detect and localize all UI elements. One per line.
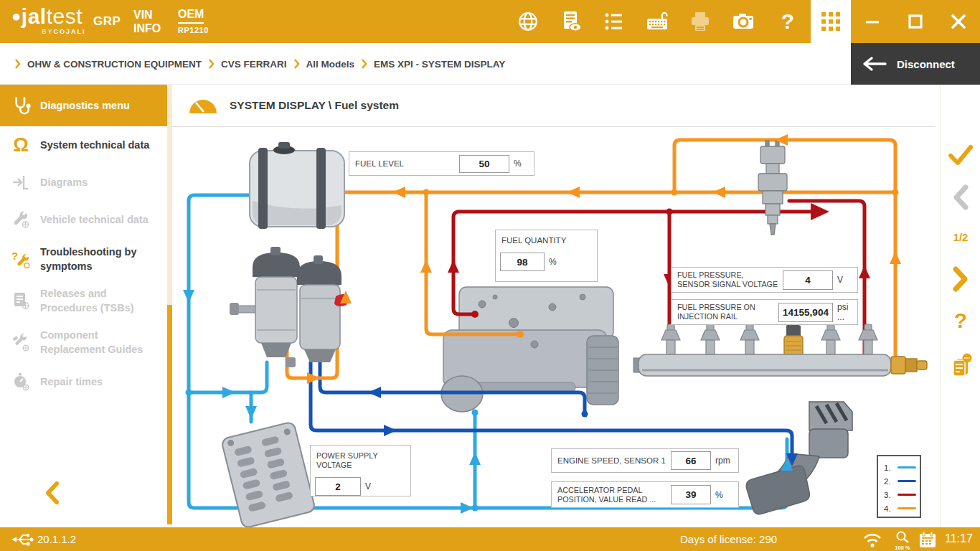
power-supply-voltage-value[interactable]: 2 — [315, 477, 361, 496]
content-panel: SYSTEM DISPLAY \ Fuel system — [172, 85, 935, 527]
grp-button[interactable]: GRP — [93, 14, 121, 29]
stopwatch-icon — [10, 371, 32, 392]
chevron-right-icon — [951, 265, 970, 293]
main-area: Diagnostics menu Ω System technical data… — [0, 85, 980, 527]
oem-rp1210-button[interactable]: OEM RP1210 — [178, 8, 209, 34]
usb-icon — [10, 532, 34, 550]
clock-label: 11:17 — [945, 532, 973, 545]
sidebar-item-component-replacement-guides[interactable]: Component Replacement Guides — [0, 321, 167, 363]
app-window: ●jaltest BYCOJALI GRP VIN INFO OEM RP121… — [0, 0, 980, 551]
content-header: SYSTEM DISPLAY \ Fuel system — [172, 85, 935, 127]
accelerator-pedal-graphic — [746, 402, 852, 514]
wifi-icon — [862, 532, 882, 550]
fuel-system-doc-button[interactable] — [941, 352, 980, 377]
rail-pressure-value[interactable]: 14155,904 — [778, 303, 833, 322]
report-viewer-icon[interactable] — [557, 9, 585, 34]
fuel-filters-graphic — [230, 247, 349, 367]
omega-icon: Ω — [10, 134, 32, 156]
breadcrumb-chevron-icon — [208, 59, 215, 69]
screenshot-camera-icon[interactable] — [729, 9, 758, 34]
sidebar-item-releases-procedures[interactable]: Releases and Procedures (TSBs) — [0, 280, 167, 321]
gauge-fuel-pressure-sensor-voltage: FUEL PRESSURE, SENSOR SIGNAL VOLTAGE 4 V — [671, 267, 858, 293]
help-icon[interactable]: ? — [773, 9, 802, 34]
magnifier-icon — [895, 530, 910, 543]
version-label: 20.1.1.2 — [37, 533, 76, 545]
sidebar-collapse-button[interactable] — [43, 481, 62, 508]
sidebar-item-troubleshooting-by-symptoms[interactable]: ? Troubleshooting by symptoms — [0, 238, 167, 280]
license-days-label: Days of license: 290 — [680, 533, 777, 545]
breadcrumb-chevron-icon — [293, 59, 300, 69]
calendar-icon[interactable] — [918, 531, 937, 551]
vin-info-button[interactable]: VIN INFO — [133, 8, 161, 35]
engine-speed-value[interactable]: 66 — [671, 451, 711, 470]
sidebar-item-system-technical-data[interactable]: Ω System technical data — [0, 126, 167, 164]
breadcrumb-item-system[interactable]: EMS XPI - SYSTEM DISPLAY — [374, 59, 505, 70]
stethoscope-icon — [10, 95, 32, 116]
language-globe-icon[interactable] — [514, 9, 542, 34]
gauge-icon — [188, 96, 218, 115]
tools-icon — [10, 331, 32, 353]
sidebar-item-repair-times[interactable]: Repair times — [0, 363, 167, 400]
legend-line-lightblue — [897, 466, 916, 469]
sidebar-item-diagrams[interactable]: Diagrams — [0, 164, 167, 201]
diagram-help-button[interactable]: ? — [941, 309, 980, 333]
close-button[interactable] — [943, 10, 974, 33]
disconnect-button[interactable]: Disconnect — [851, 43, 980, 85]
breadcrumb-chevron-icon — [14, 59, 21, 69]
print-icon[interactable] — [686, 9, 715, 34]
fuel-pressure-voltage-value[interactable]: 4 — [783, 270, 833, 290]
fuel-doc-icon — [948, 352, 974, 377]
minimize-button[interactable] — [857, 10, 888, 33]
apps-grid-button[interactable] — [811, 0, 851, 43]
breadcrumb-bar: OHW & CONSTRUCTION EQUIPMENT CVS FERRARI… — [0, 43, 980, 85]
sidebar-scroll-thumb[interactable] — [167, 305, 172, 524]
page-indicator: 1/2 — [941, 231, 980, 243]
check-icon — [948, 143, 974, 166]
svg-text:?: ? — [11, 250, 18, 262]
pipe-legend: 1. 2. 3. 4. — [877, 455, 921, 518]
fuel-quantity-value[interactable]: 98 — [500, 253, 545, 271]
gauge-fuel-level: FUEL LEVEL 50 % — [349, 151, 534, 176]
next-page-button[interactable] — [941, 265, 980, 293]
confirm-button[interactable] — [941, 143, 980, 166]
pedal-position-value[interactable]: 39 — [671, 485, 711, 504]
right-toolbar: 1/2 ? — [940, 85, 980, 527]
grid-icon — [820, 11, 842, 32]
document-stack-icon — [10, 290, 32, 311]
list-menu-icon[interactable] — [600, 9, 628, 34]
legend-line-darkblue — [897, 480, 916, 483]
injector-graphic — [758, 141, 787, 235]
breadcrumb-item-brand[interactable]: CVS FERRARI — [221, 59, 287, 70]
breadcrumb-item-model[interactable]: All Models — [306, 59, 355, 70]
chevron-left-icon — [951, 184, 970, 211]
logo-dot-icon: ● — [11, 7, 22, 25]
sidebar: Diagnostics menu Ω System technical data… — [0, 85, 167, 527]
breadcrumb-item-category[interactable]: OHW & CONSTRUCTION EQUIPMENT — [27, 59, 202, 70]
sidebar-item-vehicle-technical-data[interactable]: Vehicle technical data — [0, 201, 167, 238]
gauge-fuel-quantity: FUEL QUANTITY 98 % — [495, 230, 598, 282]
diagram-plug-icon — [10, 171, 32, 193]
gauge-power-supply-voltage: POWER SUPPLY VOLTAGE 2 V — [310, 445, 411, 496]
status-bar: 20.1.1.2 Days of license: 290 100 % 11:1… — [0, 527, 980, 551]
gauge-engine-speed: ENGINE SPEED, SENSOR 1 66 rpm — [551, 448, 739, 473]
back-arrow-icon — [862, 56, 888, 72]
wrench-icon — [10, 209, 32, 230]
top-bar: ●jaltest BYCOJALI GRP VIN INFO OEM RP121… — [0, 0, 980, 43]
breadcrumb: OHW & CONSTRUCTION EQUIPMENT CVS FERRARI… — [14, 43, 505, 85]
gauge-accelerator-pedal-position: ACCELERATOR PEDAL POSITION, VALUE READ .… — [551, 481, 739, 508]
chevron-left-icon — [43, 481, 62, 505]
prev-page-button[interactable] — [941, 184, 980, 211]
legend-line-orange — [897, 507, 916, 510]
legend-line-darkred — [897, 494, 916, 496]
zoom-level-indicator: 100 % — [890, 530, 915, 551]
fuel-level-value[interactable]: 50 — [459, 155, 509, 173]
keyboard-icon[interactable] — [643, 9, 672, 34]
maximize-button[interactable] — [900, 10, 931, 33]
ecu-graphic — [221, 421, 316, 527]
fuel-tank-graphic — [250, 142, 344, 229]
sidebar-item-diagnostics-menu[interactable]: Diagnostics menu — [0, 85, 167, 126]
gauge-fuel-pressure-rail: FUEL PRESSURE ON INJECTION RAIL 14155,90… — [671, 299, 858, 325]
question-wrench-icon: ? — [10, 248, 32, 270]
breadcrumb-chevron-icon — [361, 59, 367, 69]
fuel-rail-graphic — [633, 320, 927, 376]
